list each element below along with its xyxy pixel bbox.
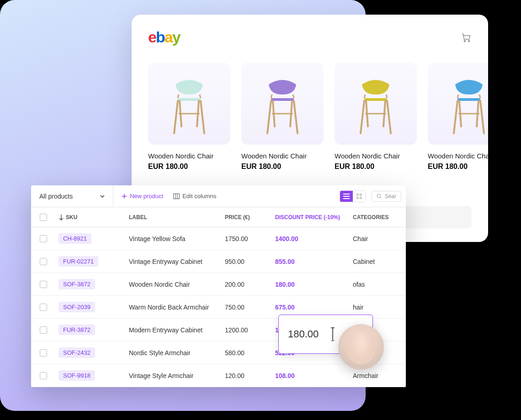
view-toggle <box>340 190 366 202</box>
svg-rect-9 <box>356 197 359 199</box>
search-icon <box>377 194 382 199</box>
row-checkbox[interactable] <box>40 349 47 357</box>
cell-price: 580.00 <box>225 349 275 357</box>
cell-label: Modern Entryway Cabinet <box>129 326 225 334</box>
cell-discount[interactable]: 855.00 <box>275 258 353 265</box>
svg-rect-4 <box>364 98 387 101</box>
list-view-button[interactable] <box>340 191 353 202</box>
cell-price: 1750.00 <box>225 235 275 242</box>
cell-category: Chair <box>353 235 406 242</box>
plus-icon <box>122 194 127 199</box>
svg-point-1 <box>468 40 470 42</box>
cell-discount[interactable]: 1400.00 <box>275 235 353 242</box>
cell-label: Wooden Nordic Chair <box>129 281 225 288</box>
cell-category: hair <box>353 304 406 311</box>
svg-rect-7 <box>356 194 359 196</box>
cell-category: Armchair <box>353 372 406 379</box>
cell-category: ofas <box>353 281 406 288</box>
row-checkbox[interactable] <box>40 235 47 242</box>
row-checkbox[interactable] <box>40 281 47 288</box>
cell-category: Cabinet <box>353 258 406 265</box>
header-sku[interactable]: SKU <box>56 214 129 220</box>
sku-tag[interactable]: FUR-02271 <box>58 256 98 267</box>
svg-point-11 <box>377 194 381 198</box>
product-card[interactable]: Wooden Nordic Chair EUR 180.00 <box>148 63 230 171</box>
search-placeholder-block <box>399 206 472 228</box>
table-row[interactable]: CH-8921 Vintage Yellow Sofa 1750.00 1400… <box>31 227 406 250</box>
svg-rect-8 <box>360 194 362 196</box>
header-label[interactable]: LABEL <box>129 214 225 220</box>
product-card[interactable]: Wooden Nordic Chair EUR 180.00 <box>335 63 417 171</box>
cell-price: 750.00 <box>225 304 275 311</box>
filter-dropdown[interactable]: All products <box>31 185 113 207</box>
sku-tag[interactable]: SOF-2432 <box>58 347 95 358</box>
columns-icon <box>173 194 180 199</box>
svg-rect-10 <box>360 197 362 199</box>
row-checkbox[interactable] <box>40 258 47 265</box>
cell-label: Nordic Style Armchair <box>129 349 225 357</box>
sku-tag[interactable]: FUR-3872 <box>58 325 95 335</box>
edit-columns-button[interactable]: Edit columns <box>173 193 216 200</box>
select-all-checkbox[interactable] <box>40 214 47 221</box>
grid-view-button[interactable] <box>353 191 366 202</box>
product-image <box>148 63 230 145</box>
product-title: Wooden Nordic Chair <box>335 152 417 160</box>
new-product-button[interactable]: New product <box>122 193 163 200</box>
svg-point-0 <box>464 40 466 42</box>
filter-label: All products <box>39 193 73 200</box>
sku-tag[interactable]: SOF-2039 <box>58 302 95 312</box>
table-row[interactable]: SOF-3872 Wooden Nordic Chair 200.00 180.… <box>31 273 406 296</box>
cell-label: Vintage Entryway Cabinet <box>129 258 225 265</box>
cell-price: 120.00 <box>225 372 275 379</box>
sku-tag[interactable]: CH-8921 <box>58 233 91 244</box>
row-checkbox[interactable] <box>40 326 47 334</box>
product-card[interactable]: Wooden Nordic Chair EUR 180.00 <box>428 63 488 171</box>
edit-value: 180.00 <box>288 328 319 340</box>
product-price: EUR 180.00 <box>335 163 417 171</box>
row-checkbox[interactable] <box>40 372 47 379</box>
header-discount[interactable]: DISCOUNT PRICE (-10%) <box>275 214 353 220</box>
product-card[interactable]: Wooden Nordic Chair EUR 180.00 <box>241 63 324 171</box>
product-image <box>428 63 488 145</box>
cell-discount[interactable]: 180.00 <box>275 281 353 288</box>
toolbar: All products New product Edit columns Se… <box>31 185 406 207</box>
user-avatar[interactable] <box>338 324 384 370</box>
row-checkbox[interactable] <box>40 304 47 311</box>
product-price: EUR 180.00 <box>241 163 324 171</box>
product-title: Wooden Nordic Chair <box>148 152 230 160</box>
table-header: SKU LABEL PRICE (€) DISCOUNT PRICE (-10%… <box>31 207 406 227</box>
sku-tag[interactable]: SOF-3872 <box>58 279 95 289</box>
table-row[interactable]: FUR-02271 Vintage Entryway Cabinet 950.0… <box>31 250 406 273</box>
chevron-down-icon <box>100 195 105 198</box>
ebay-logo: ebay <box>148 28 180 46</box>
product-title: Wooden Nordic Chair <box>241 152 324 160</box>
product-grid: Wooden Nordic Chair EUR 180.00 Wooden No… <box>148 63 472 171</box>
product-image <box>241 63 324 145</box>
svg-rect-3 <box>271 98 294 101</box>
product-price: EUR 180.00 <box>428 163 488 171</box>
svg-rect-6 <box>174 194 180 199</box>
list-icon <box>343 194 350 199</box>
product-title: Wooden Nordic Chair <box>428 152 488 160</box>
svg-rect-2 <box>178 98 201 101</box>
text-cursor-icon <box>332 327 333 341</box>
grid-icon <box>356 194 362 199</box>
cell-label: Warm Nordic Back Armchair <box>129 304 225 311</box>
search-input[interactable]: Sear <box>372 191 401 202</box>
header-price[interactable]: PRICE (€) <box>225 214 275 220</box>
svg-rect-5 <box>457 98 480 101</box>
cart-icon[interactable] <box>461 32 472 43</box>
sort-arrow-icon <box>58 214 64 220</box>
cell-price: 950.00 <box>225 258 275 265</box>
cell-discount[interactable]: 675.00 <box>275 304 353 311</box>
header-categories[interactable]: CATEGORIES <box>353 214 406 220</box>
cell-price: 1200.00 <box>225 326 275 334</box>
sku-tag[interactable]: SOF-9918 <box>58 370 95 381</box>
cell-price: 200.00 <box>225 281 275 288</box>
product-price: EUR 180.00 <box>148 163 230 171</box>
cell-label: Vintage Style Armchair <box>129 372 225 379</box>
cell-discount[interactable]: 108.00 <box>275 372 353 379</box>
cell-label: Vintage Yellow Sofa <box>129 235 225 242</box>
product-image <box>335 63 417 145</box>
table-row[interactable]: SOF-9918 Vintage Style Armchair 120.00 1… <box>31 364 406 387</box>
